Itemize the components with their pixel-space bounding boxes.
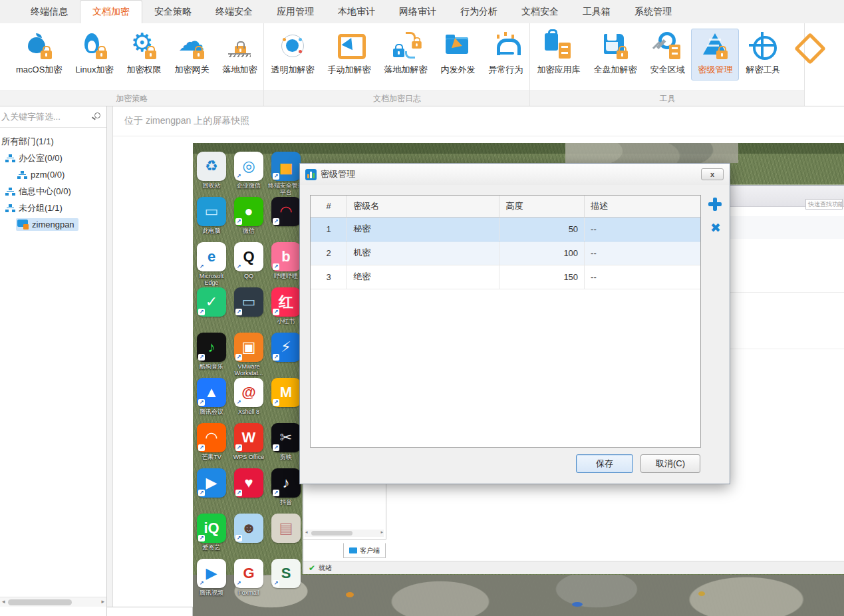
- scroll-left-icon[interactable]: ◂: [2, 598, 5, 605]
- ribbon-item-落地加解密[interactable]: 落地加解密: [377, 29, 434, 80]
- ribbon-item-密[interactable]: 密: [0, 29, 9, 80]
- org-chart-icon: [5, 187, 15, 196]
- desktop-icon-Foxmail: G↗Foxmail: [230, 559, 267, 603]
- ribbon-item-落地加密[interactable]: 落地加密: [215, 29, 263, 80]
- tree-node-label: 未分组(1/1): [19, 202, 63, 214]
- shortcut-arrow-icon: ↗: [273, 354, 279, 361]
- desktop-icon-tile-25: ☻↗: [230, 514, 267, 557]
- menu-tab-应用管理[interactable]: 应用管理: [265, 0, 326, 23]
- app-icon: ◠↗: [197, 423, 226, 452]
- scroll-right-icon[interactable]: ▸: [101, 598, 104, 605]
- add-level-button plus-icon[interactable]: [707, 196, 723, 212]
- app-icon: ▭↗: [234, 287, 263, 317]
- tree-node: pzm(0/0): [16, 168, 69, 181]
- desktop-icon-label: 抖音: [267, 499, 305, 512]
- tree-node-label: 信息中心(0/0): [19, 186, 71, 198]
- sidebar-item-pzm(0/0)[interactable]: pzm(0/0): [0, 166, 106, 183]
- menu-tab-本地审计[interactable]: 本地审计: [326, 0, 387, 23]
- menu-tab-终端信息[interactable]: 终端信息: [19, 0, 80, 23]
- shortcut-arrow-icon: ↗: [198, 399, 205, 406]
- ribbon-item-内发外发[interactable]: 内发外发: [434, 29, 482, 80]
- sidebar-item-办公室(0/0)[interactable]: 办公室(0/0): [0, 150, 106, 166]
- cloud-icon: [176, 32, 207, 60]
- crosshair-icon: [749, 44, 775, 47]
- ribbon-item-diamond[interactable]: [787, 29, 831, 69]
- shortcut-arrow-icon: ↗: [235, 263, 242, 270]
- ribbon-item-加密网关[interactable]: 加密网关: [168, 29, 215, 80]
- table-row[interactable]: 2机密100--: [311, 241, 700, 265]
- save-button[interactable]: 保存: [576, 454, 633, 473]
- menu-tab-安全策略[interactable]: 安全策略: [142, 0, 204, 23]
- ribbon-item-加密权限[interactable]: 加密权限: [120, 29, 168, 80]
- ribbon-toolbar: 密macOS加密Linux加密加密权限加密网关落地加密加密策略透明加解密手动加解…: [0, 23, 844, 106]
- shortcut-arrow-icon: ↗: [273, 580, 279, 587]
- terminal-icon: [17, 220, 29, 230]
- desktop-icon-label: [267, 589, 305, 603]
- ribbon-item-label: 落地加密: [222, 64, 257, 76]
- ribbon-item-label: 全盘加解密: [593, 64, 636, 76]
- key-icon: [652, 32, 682, 60]
- sidebar-item-所有部门(1/1)[interactable]: 所有部门(1/1): [0, 133, 106, 150]
- menu-tab-文档加密[interactable]: 文档加密: [80, 0, 142, 23]
- shortcut-arrow-icon: ↗: [198, 490, 205, 496]
- ribbon-item-手动加解密[interactable]: 手动加解密: [321, 29, 377, 80]
- ribbon-item-解密工具[interactable]: 解密工具: [739, 29, 787, 80]
- desktop-icon-label: 微信: [230, 228, 267, 241]
- cancel-button[interactable]: 取消(C): [640, 454, 700, 473]
- lock-icon: [289, 45, 297, 51]
- scrollbar-thumb[interactable]: [8, 599, 72, 605]
- ribbon-group-label: 文档加密日志: [264, 90, 529, 106]
- menu-tab-网络审计[interactable]: 网络审计: [387, 0, 448, 23]
- lock-icon: [716, 51, 728, 59]
- table-row[interactable]: 3绝密150--: [311, 265, 700, 289]
- sidebar-item-信息中心(0/0)[interactable]: 信息中心(0/0): [0, 183, 106, 200]
- sidebar-search: [0, 106, 106, 128]
- shortcut-arrow-icon: ↗: [235, 173, 242, 180]
- menu-tab-工具箱[interactable]: 工具箱: [571, 0, 623, 23]
- ribbon-item-异常行为[interactable]: 异常行为: [482, 29, 529, 80]
- sidebar-horizontal-scrollbar[interactable]: ◂ ▸: [0, 597, 106, 607]
- app-icon: e↗: [197, 242, 226, 271]
- keyword-filter-input[interactable]: [0, 106, 106, 127]
- tree-node-label: zimengpan: [32, 220, 74, 230]
- menu-tab-系统管理[interactable]: 系统管理: [623, 0, 684, 23]
- app-icon: M↗: [271, 378, 301, 407]
- menu-tab-行为分析[interactable]: 行为分析: [448, 0, 509, 23]
- ribbon-item-加密应用库[interactable]: 加密应用库: [530, 29, 587, 80]
- ribbon-item-macOS加密[interactable]: macOS加密: [9, 29, 69, 80]
- ribbon-items: 透明加解密手动加解密落地加解密内发外发异常行为: [264, 23, 529, 90]
- ribbon-item-安全区域[interactable]: 安全区域: [643, 29, 691, 80]
- app-icon: S↗: [271, 559, 301, 588]
- dialog-title: 密级管理: [321, 168, 355, 180]
- floppy-icon: [600, 32, 631, 60]
- delete-level-button x-icon[interactable]: ✖: [708, 221, 724, 237]
- cell-desc: --: [585, 217, 700, 241]
- folder-icon: [442, 32, 473, 60]
- table-row[interactable]: 1秘密50--: [311, 217, 700, 241]
- desktop-icon-腾讯视频: ▶↗腾讯视频: [193, 559, 230, 603]
- dialog-close-button[interactable]: x: [701, 168, 724, 180]
- ribbon-item-全盘加解密[interactable]: 全盘加解密: [587, 29, 643, 80]
- ribbon-item-透明加解密[interactable]: 透明加解密: [264, 29, 321, 80]
- menu-tab-文档安全[interactable]: 文档安全: [509, 0, 571, 23]
- ribbon-item-Linux加密[interactable]: Linux加密: [69, 29, 120, 80]
- diamond-icon: [793, 32, 824, 60]
- menu-tab-终端安全[interactable]: 终端安全: [204, 0, 265, 23]
- client-tab-label: 客户端: [360, 546, 380, 555]
- shortcut-arrow-icon: ↗: [235, 535, 242, 541]
- drawer-icon: [543, 32, 574, 60]
- sidebar-item-zimengpan[interactable]: zimengpan: [0, 216, 106, 233]
- sidebar-item-未分组(1/1)[interactable]: 未分组(1/1): [0, 200, 106, 216]
- ribbon-item-label: 安全区域: [650, 64, 684, 76]
- alarm-icon: [490, 32, 521, 60]
- desktop-icon-label: 此电脑: [193, 228, 230, 241]
- check-icon: ✔: [309, 563, 315, 573]
- desktop-icon-label: [230, 544, 267, 557]
- tree-node-label: 所有部门(1/1): [1, 136, 54, 148]
- column-header-密级名: 密级名: [347, 196, 499, 217]
- shortcut-arrow-icon: ↗: [198, 444, 205, 451]
- app-icon: b↗: [271, 242, 301, 271]
- dialog-titlebar[interactable]: 密级管理: [300, 164, 730, 185]
- app-icon: G↗: [234, 559, 263, 588]
- ribbon-item-密级管理[interactable]: 密级管理: [691, 29, 739, 80]
